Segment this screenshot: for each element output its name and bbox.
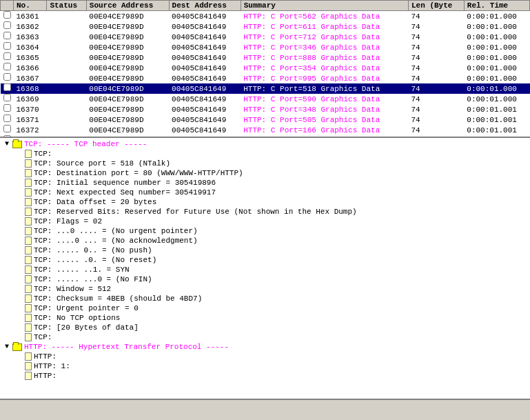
tcp-item[interactable]: TCP: Window = 512	[0, 284, 530, 294]
row-dst: 00405C841649	[169, 42, 241, 52]
row-len: 74	[409, 83, 465, 94]
row-checkbox[interactable]	[1, 21, 14, 32]
table-row[interactable]: 1637300E04CE7989D00405C841649HTTP: C Por…	[1, 135, 530, 138]
tcp-item-text: TCP: Flags = 02	[34, 217, 102, 226]
detail-panel[interactable]: ▼ TCP: ----- TCP header ----- TCP:TCP: S…	[0, 138, 530, 400]
http-item-text: HTTP:	[34, 352, 57, 361]
row-status	[47, 104, 86, 114]
tcp-children: TCP:TCP: Source port = 518 (NTalk)TCP: D…	[0, 149, 530, 342]
tcp-item[interactable]: TCP: Checksum = 4BEB (should be 4BD7)	[0, 294, 530, 303]
row-len: 74	[409, 125, 465, 135]
row-checkbox[interactable]	[1, 11, 14, 22]
table-row[interactable]: 1636700E04CE7989D00405C841649HTTP: C Por…	[1, 73, 530, 83]
row-checkbox[interactable]	[1, 104, 14, 114]
doc-icon	[25, 217, 32, 226]
table-row[interactable]: 1636100E04CE7989D00405C841649HTTP: C Por…	[1, 11, 530, 22]
http-header[interactable]: ▼ HTTP: ----- Hypertext Transfer Protoco…	[0, 342, 530, 352]
tcp-expand-icon: ▼	[3, 140, 11, 148]
col-checkbox	[1, 1, 14, 11]
row-checkbox[interactable]	[1, 83, 14, 94]
http-item[interactable]: HTTP:	[0, 371, 530, 381]
row-time: 0:00:01.000	[464, 32, 529, 42]
row-dst: 00405C841649	[169, 63, 241, 73]
row-status	[47, 42, 86, 52]
table-row[interactable]: 1636800E04CE7989D00405C841649HTTP: C Por…	[1, 83, 530, 94]
tcp-item[interactable]: TCP: No TCP options	[0, 313, 530, 323]
row-checkbox[interactable]	[1, 73, 14, 83]
tcp-item-text: TCP: Destination port = 80 (WWW/WWW-HTTP…	[34, 168, 243, 178]
row-summary: HTTP: C Port=354 Graphics Data	[241, 63, 408, 73]
row-src: 00E04CE7989D	[86, 52, 169, 63]
row-checkbox[interactable]	[1, 114, 14, 125]
row-checkbox[interactable]	[1, 135, 14, 138]
tcp-item[interactable]: TCP: Initial sequence number = 305419896	[0, 178, 530, 188]
table-header: No. Status Source Address Dest Address S…	[1, 1, 530, 11]
table-row[interactable]: 1636200E04CE7989D00405C841649HTTP: C Por…	[1, 21, 530, 32]
table-row[interactable]: 1636900E04CE7989D00405C841649HTTP: C Por…	[1, 94, 530, 104]
tcp-item[interactable]: TCP: ....0 ... = (No acknowledgment)	[0, 236, 530, 246]
doc-icon	[25, 275, 32, 283]
tcp-header[interactable]: ▼ TCP: ----- TCP header -----	[0, 139, 530, 149]
table-row[interactable]: 1636400E04CE7989D00405C841649HTTP: C Por…	[1, 42, 530, 52]
tcp-item[interactable]: TCP: ...0 .... = (No urgent pointer)	[0, 226, 530, 236]
row-time: 0:00:01.000	[464, 11, 529, 22]
doc-icon	[25, 362, 32, 370]
tcp-item[interactable]: TCP: Flags = 02	[0, 217, 530, 226]
row-checkbox[interactable]	[1, 125, 14, 135]
row-time: 0:00:01.001	[464, 114, 529, 125]
tcp-item-text: TCP: Next expected Seq number= 305419917	[34, 188, 216, 197]
row-time: 0:00:01.000	[464, 52, 529, 63]
table-row[interactable]: 1637100E04CE7989D00405C841649HTTP: C Por…	[1, 114, 530, 125]
tcp-item[interactable]: TCP:	[0, 149, 530, 159]
tcp-item-text: TCP: ...0 .... = (No urgent pointer)	[34, 226, 198, 236]
http-header-label: HTTP: ----- Hypertext Transfer Protocol …	[24, 343, 229, 351]
row-checkbox[interactable]	[1, 52, 14, 63]
tcp-item[interactable]: TCP: Reserved Bits: Reserved for Future …	[0, 207, 530, 217]
row-src: 00E04CE7989D	[86, 63, 169, 73]
row-summary: HTTP: C Port=505 Graphics Data	[241, 114, 408, 125]
row-time: 0:00:01.001	[464, 104, 529, 114]
tcp-item[interactable]: TCP: ..... ...0 = (No FIN)	[0, 274, 530, 284]
http-item[interactable]: HTTP:	[0, 352, 530, 361]
doc-icon	[25, 179, 32, 187]
row-checkbox[interactable]	[1, 32, 14, 42]
row-len: 74	[409, 73, 465, 83]
table-row[interactable]: 1637200E04CE7989D00405C841649HTTP: C Por…	[1, 125, 530, 135]
http-item[interactable]: HTTP: 1:	[0, 361, 530, 371]
doc-icon	[25, 169, 32, 177]
table-row[interactable]: 1636500E04CE7989D00405C841649HTTP: C Por…	[1, 52, 530, 63]
row-len: 74	[409, 104, 465, 114]
row-checkbox[interactable]	[1, 63, 14, 73]
col-summary: Summary	[241, 1, 408, 11]
table-row[interactable]: 1636600E04CE7989D00405C841649HTTP: C Por…	[1, 63, 530, 73]
row-time	[464, 135, 529, 138]
row-len: 74	[409, 32, 465, 42]
doc-icon	[25, 285, 32, 293]
tcp-item-text: TCP: Data offset = 20 bytes	[34, 197, 156, 207]
tcp-item[interactable]: TCP: ..... ..1. = SYN	[0, 265, 530, 274]
tcp-item[interactable]: TCP: [20 Bytes of data]	[0, 323, 530, 332]
table-row[interactable]: 1636300E04CE7989D00405C841649HTTP: C Por…	[1, 32, 530, 42]
tcp-item[interactable]: TCP: Next expected Seq number= 305419917	[0, 188, 530, 197]
row-time: 0:00:01.000	[464, 83, 529, 94]
row-checkbox[interactable]	[1, 94, 14, 104]
row-checkbox[interactable]	[1, 42, 14, 52]
tcp-item[interactable]: TCP: Destination port = 80 (WWW/WWW-HTTP…	[0, 168, 530, 178]
tcp-item[interactable]: TCP:	[0, 332, 530, 342]
tcp-item-text: TCP: ..... .0. = (No reset)	[34, 255, 156, 265]
col-len: Len (Byte	[409, 1, 465, 11]
row-no: 16372	[14, 125, 47, 135]
table-row[interactable]: 1637000E04CE7989D00405C841649HTTP: C Por…	[1, 104, 530, 114]
tcp-item[interactable]: TCP: Urgent pointer = 0	[0, 303, 530, 313]
tcp-item[interactable]: TCP: Data offset = 20 bytes	[0, 197, 530, 207]
row-dst: 00405C841649	[169, 104, 241, 114]
tcp-item[interactable]: TCP: ..... .0. = (No reset)	[0, 255, 530, 265]
doc-icon	[25, 314, 32, 322]
row-dst: 00405C841649	[169, 135, 241, 138]
row-dst: 00405C841649	[169, 83, 241, 94]
tcp-item[interactable]: TCP: ..... 0.. = (No push)	[0, 246, 530, 255]
row-summary: HTTP: C Port=166 Graphics Data	[241, 125, 408, 135]
tcp-item[interactable]: TCP: Source port = 518 (NTalk)	[0, 159, 530, 168]
tcp-header-label: TCP: ----- TCP header -----	[24, 140, 147, 148]
doc-icon	[25, 208, 32, 216]
